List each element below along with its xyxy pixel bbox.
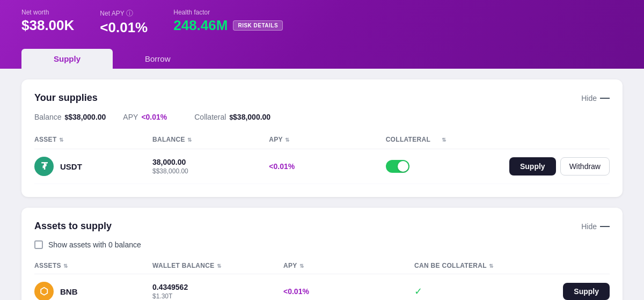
supply-button-bnb[interactable]: Supply (563, 283, 610, 300)
tabs-row: Supply Borrow (21, 49, 623, 69)
health-value-row: 248.46M RISK DETAILS (173, 17, 283, 34)
usdt-name: USDT (60, 162, 82, 171)
hide-dash-icon-2: — (600, 221, 610, 232)
bnb-balance-sub: $1.30T (152, 292, 283, 300)
th-wallet-balance: Wallet balance ⇅ (152, 262, 283, 269)
apy-info-icon[interactable]: ⓘ (170, 112, 177, 122)
main-content: Your supplies Hide — Balance $$38,000.00… (0, 69, 644, 300)
summary-apy: APY <0.01% ⓘ (123, 112, 177, 122)
risk-details-button[interactable]: RISK DETAILS (233, 20, 283, 31)
health-factor-label: Health factor (173, 9, 283, 16)
health-factor-value: 248.46M (173, 17, 228, 34)
collateral-info-icon[interactable]: ⓘ (274, 112, 281, 122)
withdraw-button-usdt[interactable]: Withdraw (560, 157, 610, 175)
table-row: ₮ USDT 38,000.00 $$38,000.00 <0.01% Supp… (34, 149, 610, 184)
asset-cell-usdt: ₮ USDT (34, 157, 152, 176)
summary-collateral-value: $$38,000.00 (229, 113, 270, 121)
net-apy-block: Net APY ⓘ <0.01% (100, 9, 148, 36)
your-supplies-summary: Balance $$38,000.00 APY <0.01% ⓘ Collate… (34, 112, 610, 122)
balance-main-value: 38,000.00 (152, 158, 269, 166)
table-row: ⬡ BNB 0.4349562 $1.30T <0.01% ✓ Supply (34, 274, 610, 300)
summary-apy-value: <0.01% (141, 113, 167, 121)
collateral-th-info-icon[interactable]: ⓘ (433, 135, 440, 144)
th-can-be-collateral: Can be collateral ⇅ (414, 262, 545, 269)
bnb-name: BNB (60, 287, 78, 296)
net-worth-block: Net worth $38.00K (21, 9, 74, 34)
your-supplies-header: Your supplies Hide — (34, 92, 610, 104)
balance-cell-usdt: 38,000.00 $$38,000.00 (152, 158, 269, 175)
your-supplies-title: Your supplies (34, 92, 98, 104)
usdt-icon: ₮ (34, 157, 54, 176)
hide-dash-icon: — (600, 92, 610, 104)
net-worth-value: $38.00K (21, 17, 74, 34)
header-banner: Net worth $38.00K Net APY ⓘ <0.01% Healt… (0, 0, 644, 69)
assets-to-supply-hide-button[interactable]: Hide — (581, 221, 610, 232)
th-balance: Balance ⇅ (152, 135, 269, 144)
supply-apy-sort-icon[interactable]: ⇅ (299, 263, 304, 269)
assets-to-supply-header: Assets to supply Hide — (34, 221, 610, 232)
balance-sort-icon[interactable]: ⇅ (187, 137, 192, 143)
net-worth-label: Net worth (21, 9, 74, 16)
collateral-sort-icon[interactable]: ⇅ (442, 137, 446, 143)
wallet-balance-sort-icon[interactable]: ⇅ (217, 263, 221, 269)
net-apy-info-icon[interactable]: ⓘ (126, 9, 133, 17)
action-cell-bnb: Supply (545, 283, 610, 300)
apy-cell-bnb: <0.01% (283, 287, 414, 296)
your-supplies-table-header: Asset ⇅ Balance ⇅ APY ⇅ Collateral ⓘ ⇅ (34, 130, 610, 149)
supply-button-usdt[interactable]: Supply (509, 157, 556, 175)
assets-to-supply-card: Assets to supply Hide — Show assets with… (21, 208, 623, 300)
header-stats: Net worth $38.00K Net APY ⓘ <0.01% Healt… (21, 9, 623, 45)
assets-sort-icon[interactable]: ⇅ (63, 263, 68, 269)
th-supply-apy: APY ⇅ (283, 262, 414, 269)
apy-sort-icon[interactable]: ⇅ (285, 137, 289, 143)
apy-cell-usdt: <0.01% (269, 162, 385, 171)
summary-balance: Balance $$38,000.00 (34, 112, 106, 122)
th-apy: APY ⇅ (269, 135, 385, 144)
health-factor-block: Health factor 248.46M RISK DETAILS (173, 9, 283, 34)
tab-supply[interactable]: Supply (21, 49, 113, 69)
summary-collateral: Collateral $$38,000.00 ⓘ (194, 112, 281, 122)
show-zero-label: Show assets with 0 balance (48, 240, 141, 249)
action-buttons-usdt: Supply Withdraw (502, 157, 610, 175)
net-apy-label: Net APY ⓘ (100, 9, 148, 18)
assets-to-supply-table-header: Assets ⇅ Wallet balance ⇅ APY ⇅ Can be c… (34, 258, 610, 274)
th-assets: Assets ⇅ (34, 262, 152, 269)
bnb-balance-main: 0.4349562 (152, 283, 283, 291)
collateral-can-sort-icon[interactable]: ⇅ (489, 263, 493, 269)
asset-sort-icon[interactable]: ⇅ (59, 137, 63, 143)
net-apy-value: <0.01% (100, 19, 148, 36)
asset-cell-bnb: ⬡ BNB (34, 282, 152, 300)
th-collateral: Collateral ⓘ ⇅ (386, 135, 502, 144)
assets-to-supply-title: Assets to supply (34, 221, 112, 232)
show-zero-balance-row: Show assets with 0 balance (34, 240, 610, 249)
tab-borrow[interactable]: Borrow (113, 49, 203, 69)
collateral-check-bnb: ✓ (414, 286, 545, 297)
check-icon-bnb: ✓ (414, 286, 422, 297)
show-zero-checkbox[interactable] (34, 240, 43, 249)
th-supply-action (545, 262, 610, 269)
collateral-toggle[interactable] (386, 160, 502, 173)
wallet-balance-cell-bnb: 0.4349562 $1.30T (152, 283, 283, 300)
summary-balance-value: $$38,000.00 (65, 113, 106, 121)
bnb-icon: ⬡ (34, 282, 54, 300)
your-supplies-hide-button[interactable]: Hide — (581, 92, 610, 104)
toggle-knob (398, 161, 408, 172)
balance-sub-value: $$38,000.00 (152, 167, 269, 175)
your-supplies-card: Your supplies Hide — Balance $$38,000.00… (21, 79, 623, 197)
th-actions (502, 135, 610, 144)
th-asset: Asset ⇅ (34, 135, 152, 144)
toggle-switch[interactable] (386, 160, 409, 173)
